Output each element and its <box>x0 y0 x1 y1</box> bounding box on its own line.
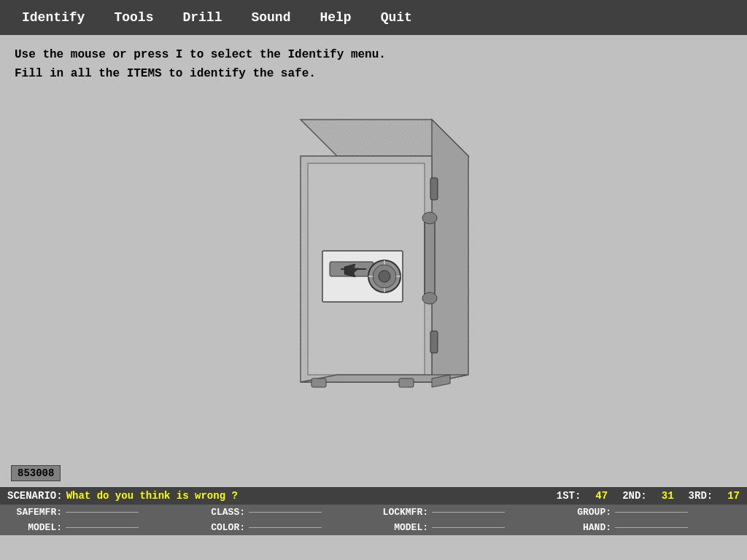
svg-rect-25 <box>311 378 326 387</box>
model2-field: MODEL: <box>374 522 557 533</box>
hand-label: HAND: <box>557 522 615 533</box>
hand-field: HAND: <box>557 522 740 533</box>
class-field: CLASS: <box>190 507 374 518</box>
svg-point-20 <box>422 212 437 224</box>
safemfr-label: SAFEMFR: <box>7 507 66 518</box>
menu-drill[interactable]: Drill <box>168 4 236 31</box>
hand-value[interactable] <box>615 527 688 528</box>
score-1st-value: 47 <box>595 490 608 502</box>
info-row1: SAFEMFR: CLASS: LOCKMFR: GROUP: <box>0 505 747 520</box>
svg-point-14 <box>379 271 390 282</box>
info-bar: SAFEMFR: CLASS: LOCKMFR: GROUP: MODEL: C… <box>0 505 747 535</box>
score-2nd-value: 31 <box>662 490 674 502</box>
group-field: GROUP: <box>557 507 740 518</box>
menu-identify[interactable]: Identify <box>7 4 99 31</box>
info-row2: MODEL: COLOR: MODEL: HAND: <box>0 520 747 535</box>
safe-image-container <box>15 90 732 426</box>
instruction-line2: Fill in all the ITEMS to identify the sa… <box>15 65 732 84</box>
lockmfr-label: LOCKMFR: <box>374 507 432 518</box>
model1-value[interactable] <box>66 527 139 528</box>
class-label: CLASS: <box>190 507 249 518</box>
menu-sound[interactable]: Sound <box>236 4 305 31</box>
model2-value[interactable] <box>432 527 505 528</box>
score-1st-label: 1ST: <box>557 490 581 502</box>
score-3rd-label: 3RD: <box>689 490 713 502</box>
score-2nd-label: 2ND: <box>622 490 647 502</box>
lockmfr-field: LOCKMFR: <box>374 507 557 518</box>
instruction-line1: Use the mouse or press I to select the I… <box>15 46 732 65</box>
svg-point-21 <box>422 292 437 304</box>
color-label: COLOR: <box>190 522 249 533</box>
menu-tools[interactable]: Tools <box>99 4 168 31</box>
group-value[interactable] <box>615 512 688 513</box>
main-content: Use the mouse or press I to select the I… <box>0 35 747 487</box>
bottom-code: 853008 <box>11 465 61 481</box>
score-3rd-value: 17 <box>727 490 740 502</box>
safemfr-value[interactable] <box>66 512 139 513</box>
svg-rect-19 <box>425 214 435 302</box>
safe-illustration <box>257 105 490 411</box>
model1-field: MODEL: <box>7 522 190 533</box>
svg-rect-22 <box>430 178 438 200</box>
menu-quit[interactable]: Quit <box>366 4 427 31</box>
model1-label: MODEL: <box>7 522 66 533</box>
safemfr-field: SAFEMFR: <box>7 507 190 518</box>
scenario-label: SCENARIO: <box>7 490 63 502</box>
class-value[interactable] <box>249 512 322 513</box>
color-value[interactable] <box>249 527 322 528</box>
scenario-text: What do you think is wrong ? <box>66 490 238 502</box>
svg-rect-23 <box>430 331 438 353</box>
menu-help[interactable]: Help <box>305 4 365 31</box>
menu-bar: Identify Tools Drill Sound Help Quit <box>0 0 747 35</box>
scenario-scores: 1ST: 47 2ND: 31 3RD: 17 <box>557 490 740 502</box>
model2-label: MODEL: <box>374 522 432 533</box>
lockmfr-value[interactable] <box>432 512 505 513</box>
instruction-text: Use the mouse or press I to select the I… <box>15 46 732 83</box>
status-bar: SCENARIO: What do you think is wrong ? 1… <box>0 487 747 505</box>
group-label: GROUP: <box>557 507 615 518</box>
color-field: COLOR: <box>190 522 374 533</box>
svg-rect-26 <box>399 378 414 387</box>
